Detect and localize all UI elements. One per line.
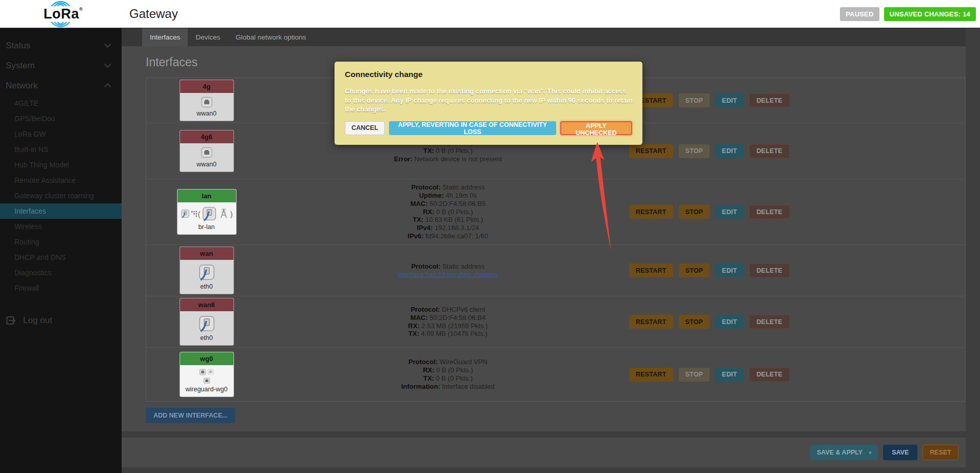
sidebar-section-label: Status	[6, 41, 30, 51]
interface-badge-card: lan () br-lan	[177, 189, 237, 235]
sidebar-section-system[interactable]: System	[0, 55, 122, 75]
edit-button[interactable]: EDIT	[715, 93, 743, 107]
reset-button[interactable]: RESET	[923, 445, 958, 460]
interface-badge-card: wg0 wireguard-wg0	[180, 352, 234, 398]
sidebar-item-diagnostics[interactable]: Diagnostics	[0, 265, 122, 280]
sidebar-item-built-in-ns[interactable]: Built-in NS	[0, 142, 122, 157]
apply-reverting-button[interactable]: APPLY, REVERTING IN CASE OF CONNECTIVITY…	[389, 121, 556, 135]
modal-title: Connectivity change	[345, 70, 632, 79]
delete-button[interactable]: DELETE	[749, 93, 790, 107]
sidebar-item-lora-gw[interactable]: LoRa GW	[0, 126, 122, 142]
interface-name-badge: wan	[180, 247, 233, 260]
sidebar: Status System Network 4G/LTEGPS/BeiDouLo…	[0, 28, 122, 473]
delete-button[interactable]: DELETE	[749, 205, 790, 219]
edit-button[interactable]: EDIT	[715, 368, 743, 382]
interface-device-label: eth0	[180, 282, 233, 294]
sidebar-item-remote-assistance[interactable]: Remote Assistance	[0, 173, 122, 188]
interface-device-icons	[180, 365, 233, 385]
tab-interfaces[interactable]: Interfaces	[142, 28, 188, 46]
interface-status-text: Protocol: Static addressUptime: 4h 19m 0…	[267, 183, 629, 240]
sidebar-item-gateway-cluster-roaming[interactable]: Gateway cluster roaming	[0, 188, 122, 203]
logout-icon	[6, 316, 16, 325]
modal-body-text: Changes have been made to the existing c…	[345, 87, 633, 114]
tab-bar: Interfaces Devices Global network option…	[122, 28, 966, 46]
sidebar-section-label: Network	[6, 81, 37, 91]
interface-device-icons	[180, 143, 233, 159]
sidebar-item-gps-beidou[interactable]: GPS/BeiDou	[0, 111, 122, 126]
chevron-down-icon	[104, 43, 111, 48]
registered-mark: ®	[79, 7, 83, 12]
interface-badge-card: 4g6 wwan0	[180, 130, 234, 172]
delete-button[interactable]: DELETE	[749, 315, 790, 329]
edit-button[interactable]: EDIT	[715, 144, 743, 158]
restart-button[interactable]: RESTART	[629, 315, 673, 329]
stop-button: STOP	[679, 368, 710, 382]
stop-button[interactable]: STOP	[679, 205, 710, 219]
interface-device-icons	[180, 260, 233, 282]
sidebar-item-hub-thing-model[interactable]: Hub Thing Model	[0, 157, 122, 173]
restart-button[interactable]: RESTART	[629, 144, 673, 158]
interface-device-label: br-lan	[178, 222, 236, 234]
delete-button[interactable]: DELETE	[749, 144, 790, 158]
interface-device-label: wwan0	[180, 109, 233, 121]
sidebar-section-status[interactable]: Status	[0, 35, 122, 55]
interface-device-icons	[180, 93, 233, 109]
interface-status-text: Protocol: WireGuard VPNRX: 0 B (0 Pkts.)…	[267, 358, 629, 390]
chevron-up-icon	[104, 83, 111, 88]
logout-label: Log out	[23, 315, 52, 326]
interface-row-wg0: wg0 wireguard-wg0 Protocol: WireGuard VP…	[146, 348, 965, 401]
apply-unchecked-button[interactable]: APPLY UNCHECKED	[560, 121, 632, 135]
save-and-apply-button[interactable]: SAVE & APPLY▾	[810, 445, 878, 460]
edit-button[interactable]: EDIT	[715, 263, 743, 277]
paused-badge[interactable]: PAUSED	[840, 7, 879, 21]
page-actions-bar: SAVE & APPLY▾ SAVE RESET	[122, 438, 966, 467]
interface-device-icons	[180, 311, 233, 333]
add-new-interface-button[interactable]: ADD NEW INTERFACE...	[146, 408, 235, 423]
sidebar-item-dhcp-and-dns[interactable]: DHCP and DNS	[0, 250, 122, 265]
logo-radio-waves-top-icon	[49, 0, 72, 7]
sidebar-item-firewall[interactable]: Firewall	[0, 280, 122, 296]
edit-button[interactable]: EDIT	[715, 315, 743, 329]
interface-badge-card: wan eth0	[180, 247, 234, 294]
delete-button[interactable]: DELETE	[749, 368, 790, 382]
sidebar-item-interfaces[interactable]: Interfaces	[0, 203, 122, 219]
stop-button: STOP	[679, 93, 710, 107]
pending-changes-link[interactable]: Interface has 13 pending changes	[398, 271, 498, 279]
interface-status-text: Protocol: Static addressInterface has 13…	[267, 262, 629, 279]
interface-status-text: Protocol: DHCPv6 clientMAC: 50:2D:F4:58:…	[267, 306, 629, 338]
sidebar-section-label: System	[6, 61, 35, 71]
interface-row-wan: wan eth0 Protocol: Static addressInterfa…	[146, 245, 965, 296]
restart-button[interactable]: RESTART	[629, 368, 673, 382]
unsaved-changes-badge[interactable]: UNSAVED CHANGES: 14	[884, 7, 976, 21]
interface-device-label: eth0	[180, 333, 233, 345]
interface-name-badge: lan	[178, 190, 236, 202]
restart-button[interactable]: RESTART	[629, 205, 673, 219]
edit-button[interactable]: EDIT	[715, 205, 743, 219]
tab-global-network-options[interactable]: Global network options	[228, 28, 313, 46]
interface-device-label: wwan0	[180, 160, 233, 172]
save-button[interactable]: SAVE	[883, 445, 917, 460]
sidebar-item-routing[interactable]: Routing	[0, 234, 122, 250]
sidebar-section-network[interactable]: Network	[0, 75, 122, 96]
sidebar-network-subnav: 4G/LTEGPS/BeiDouLoRa GWBuilt-in NSHub Th…	[0, 96, 122, 296]
interface-row-wan6: wan6 eth0 Protocol: DHCPv6 clientMAC: 50…	[146, 296, 965, 348]
tab-devices[interactable]: Devices	[188, 28, 228, 46]
interface-name-badge: 4g	[180, 80, 233, 93]
logo-text: LoRa®	[44, 7, 83, 21]
page-header-title: Gateway	[129, 7, 178, 21]
interface-device-icons: ()	[178, 202, 236, 222]
delete-button[interactable]: DELETE	[749, 263, 790, 277]
stop-button[interactable]: STOP	[679, 263, 710, 277]
chevron-down-icon	[104, 63, 111, 68]
interface-name-badge: 4g6	[180, 130, 233, 143]
restart-button[interactable]: RESTART	[629, 263, 673, 277]
sidebar-logout[interactable]: Log out	[0, 311, 122, 330]
interface-device-label: wireguard-wg0	[180, 385, 233, 396]
sidebar-item-wireless[interactable]: Wireless	[0, 219, 122, 234]
app-header: LoRa® Gateway PAUSED UNSAVED CHANGES: 14	[0, 0, 980, 28]
interface-badge-card: wan6 eth0	[180, 298, 234, 346]
interface-badge-card: 4g wwan0	[180, 80, 234, 121]
stop-button[interactable]: STOP	[679, 315, 710, 329]
cancel-button[interactable]: CANCEL	[345, 121, 385, 135]
sidebar-item-4g-lte[interactable]: 4G/LTE	[0, 96, 122, 111]
